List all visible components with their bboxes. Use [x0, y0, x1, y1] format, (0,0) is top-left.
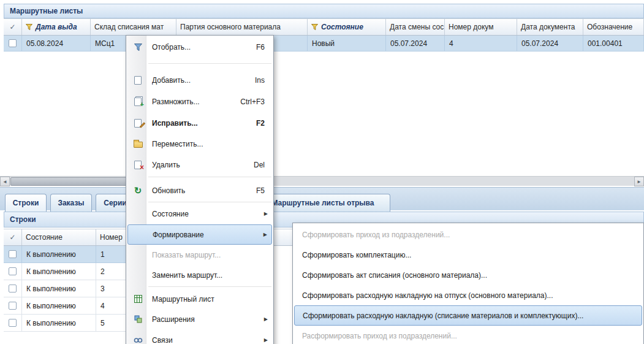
cell-state: Новый — [308, 36, 386, 52]
menu-item-formirovanie[interactable]: Формирование ▶ — [127, 224, 272, 245]
menu-item-ispravit[interactable]: Исправить... F2 — [127, 113, 272, 133]
column-label: Дата документа — [521, 23, 575, 31]
menu-item-pokazat-marshrut: Показать маршрут... — [127, 245, 272, 265]
top-header-check-column[interactable]: ✓ — [4, 19, 22, 35]
column-label: Дата выда — [36, 23, 77, 31]
cell-doc-date: 05.07.2024 — [517, 36, 583, 52]
add-document-icon — [131, 76, 145, 85]
edit-icon — [131, 119, 145, 128]
route-sheet-icon — [131, 295, 145, 303]
column-label: Партия основного материала — [180, 23, 281, 31]
menu-shortcut: F5 — [256, 186, 265, 195]
submenu-item-rashodnaya-spisanie[interactable]: Сформировать расходную накладную (списан… — [294, 305, 642, 326]
row-checkbox-cell — [4, 246, 22, 263]
tab-label: Заказы — [58, 199, 84, 207]
filter-icon — [131, 44, 145, 51]
top-header-issue-date[interactable]: Дата выда — [22, 19, 91, 35]
horizontal-scrollbar[interactable]: ◄ ► — [0, 176, 644, 186]
row-checkbox[interactable] — [9, 250, 17, 258]
tab-label: Маршрутные листы отрыва — [271, 199, 374, 207]
duplicate-icon: + — [131, 97, 145, 106]
top-panel-title-label: Маршрутные листы — [10, 7, 83, 15]
tab-marshrutnye-listy-otryva[interactable]: Маршрутные листы отрыва — [256, 194, 390, 212]
menu-item-peremestit[interactable]: Переместить... — [127, 134, 272, 154]
top-header-state-change-date[interactable]: Дата смены сос — [386, 19, 445, 35]
column-label: Номер докум — [449, 23, 493, 31]
cell-state: К выполнению — [22, 315, 96, 332]
scroll-left-button[interactable]: ◄ — [0, 177, 10, 186]
menu-item-otobrat[interactable]: Отобрать... F6 — [127, 37, 272, 57]
row-checkbox-cell — [4, 315, 22, 332]
filter-funnel-icon[interactable] — [26, 24, 32, 30]
row-checkbox[interactable] — [9, 319, 17, 327]
menu-item-svyazi[interactable]: Связи ▶ — [127, 330, 272, 344]
menu-item-dobavit[interactable]: Добавить... Ins — [127, 70, 272, 90]
submenu-item-rashodnaya-otpusk[interactable]: Сформировать расходную накладную на отпу… — [294, 285, 642, 305]
context-menu: Отобрать... F6 Добавить... Ins + Размнож… — [126, 35, 274, 344]
submenu-arrow-icon: ▶ — [264, 337, 268, 343]
scroll-right-button[interactable]: ► — [634, 177, 644, 186]
column-label: Обозначение — [587, 23, 632, 31]
menu-item-udalit[interactable]: × Удалить Del — [127, 155, 272, 175]
tab-zakazy[interactable]: Заказы — [50, 194, 92, 212]
cell-state: К выполнению — [22, 280, 96, 297]
row-checkbox[interactable] — [9, 285, 17, 292]
row-checkbox-cell — [4, 263, 22, 280]
scroll-right-icon: ► — [637, 179, 642, 185]
menu-shortcut: F6 — [256, 43, 265, 52]
top-header-state[interactable]: Состояние — [308, 19, 386, 35]
cell-state: К выполнению — [22, 297, 96, 315]
top-header-doc-date[interactable]: Дата документа — [517, 19, 583, 35]
menu-separator — [148, 177, 271, 177]
menu-item-sostoyanie[interactable]: Состояние ▶ — [127, 204, 272, 224]
table-row[interactable]: 05.08.2024 МСц1 Новый 05.07.2024 4 05.07… — [4, 36, 644, 52]
top-panel-title: Маршрутные листы — [4, 4, 644, 18]
move-folder-icon — [131, 140, 145, 148]
menu-item-obnovit[interactable]: ↻ Обновить F5 — [127, 180, 272, 201]
menu-separator — [148, 63, 271, 64]
top-header-batch[interactable]: Партия основного материала — [176, 19, 308, 35]
menu-item-rasshireniya[interactable]: Расширения ▶ — [127, 309, 272, 329]
formirovanie-submenu: Сформировать приход из подразделений... … — [292, 223, 644, 344]
tab-label: Серии — [104, 199, 126, 207]
column-label: Склад списания мат — [94, 23, 164, 31]
row-checkbox[interactable] — [9, 302, 17, 310]
menu-item-marshrutny-list[interactable]: Маршрутный лист — [127, 289, 272, 309]
cell-state: К выполнению — [22, 263, 96, 280]
submenu-item-komplektaciya[interactable]: Сформировать комплектацию... — [294, 245, 642, 265]
menu-separator — [148, 202, 271, 202]
check-all-icon: ✓ — [9, 23, 15, 31]
row-checkbox[interactable] — [9, 267, 17, 275]
filter-funnel-icon[interactable] — [311, 24, 318, 30]
top-header-designation[interactable]: Обозначение — [583, 19, 644, 35]
delete-icon: × — [131, 161, 145, 169]
cell-designation: 001.00401 — [583, 36, 644, 52]
cell-issue-date: 05.08.2024 — [22, 36, 91, 52]
submenu-arrow-icon: ▶ — [264, 211, 268, 216]
bottom-header-check-column[interactable]: ✓ — [4, 229, 22, 245]
bottom-tabstrip: Строки Заказы Серии Маршрутные листы отр… — [0, 187, 644, 210]
bottom-panel-title-label: Строки — [10, 215, 36, 224]
row-checkbox-cell — [4, 297, 22, 315]
row-checkbox-cell — [4, 280, 22, 297]
submenu-item-prihod: Сформировать приход из подразделений... — [294, 224, 642, 245]
column-label: Дата смены сос — [390, 23, 444, 31]
menu-shortcut: Ctrl+F3 — [240, 97, 265, 106]
scroll-left-icon: ◄ — [2, 179, 7, 185]
row-checkbox[interactable] — [9, 39, 17, 47]
tab-stroki[interactable]: Строки — [5, 194, 47, 212]
column-label: Номер — [100, 233, 123, 242]
cell-state: К выполнению — [22, 246, 96, 263]
cell-doc-number: 4 — [445, 36, 517, 52]
bottom-header-state[interactable]: Состояние — [22, 229, 96, 245]
top-header-warehouse[interactable]: Склад списания мат — [91, 19, 176, 35]
menu-item-zamenit-marshrut[interactable]: Заменить маршрут... — [127, 265, 272, 285]
top-grid-header: ✓ Дата выда Склад списания мат Партия ос… — [4, 18, 644, 36]
refresh-icon: ↻ — [131, 186, 145, 195]
top-header-doc-number[interactable]: Номер докум — [445, 19, 517, 35]
check-all-icon: ✓ — [9, 233, 15, 242]
submenu-item-akt-spisaniya[interactable]: Сформировать акт списания (основного мат… — [294, 265, 642, 285]
menu-shortcut: F2 — [256, 119, 265, 128]
menu-item-razmnozhit[interactable]: + Размножить... Ctrl+F3 — [127, 91, 272, 112]
application-window: Маршрутные листы ✓ Дата выда Склад списа… — [0, 0, 644, 344]
